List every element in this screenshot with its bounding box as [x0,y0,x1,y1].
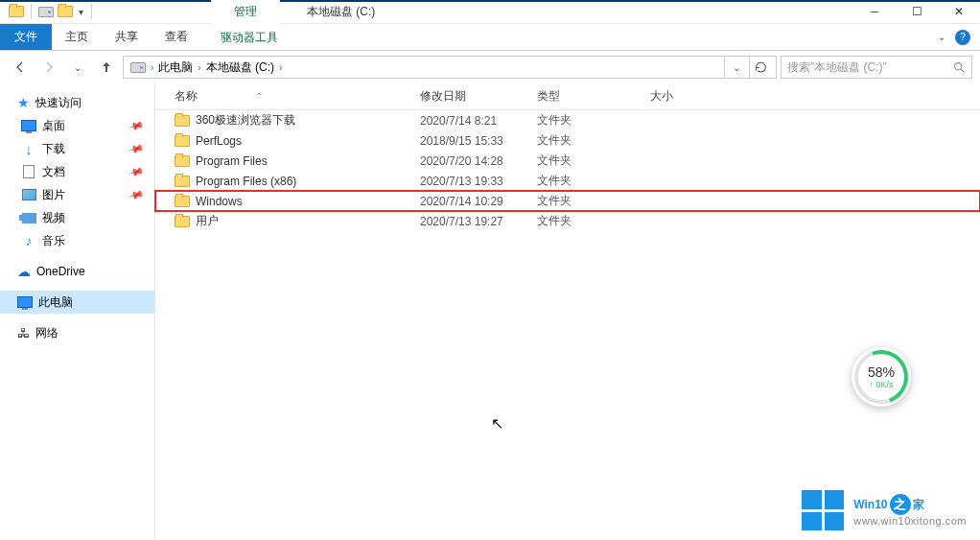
window-title: 本地磁盘 (C:) [307,0,375,24]
tab-home[interactable]: 主页 [52,24,102,50]
nav-forward-button[interactable] [36,55,61,80]
pin-icon: 📌 [128,163,146,180]
file-type: 文件夹 [537,132,650,149]
folder-icon [175,175,190,188]
file-date: 2020/7/14 8:21 [420,114,537,128]
sidebar-network[interactable]: 🖧 网络 [0,321,154,344]
contextual-tab-manage: 管理 [211,0,280,24]
file-list-pane: 名称⌃ 修改日期 类型 大小 360极速浏览器下载2020/7/14 8:21文… [155,83,980,540]
file-name: PerfLogs [196,134,242,148]
file-date: 2020/7/13 19:33 [420,175,537,188]
minimize-button[interactable]: ─ [853,0,896,24]
watermark: Win10之家 www.win10xitong.com [802,490,967,530]
ribbon-collapse-icon[interactable]: ⌄ [938,32,945,42]
maximize-button[interactable]: ☐ [896,0,938,24]
folder-icon [175,195,190,208]
breadcrumb-chevron-icon[interactable]: › [198,62,200,73]
folder-icon [175,215,190,228]
nav-recent-dropdown[interactable]: ⌄ [65,55,90,80]
download-icon: ↓ [21,142,36,155]
file-date: 2020/7/13 19:27 [420,215,537,228]
star-icon: ★ [17,95,30,110]
speed-percentage: 58% [868,364,895,380]
help-icon[interactable]: ? [955,30,970,45]
folder-icon [175,134,190,148]
address-bar[interactable]: › 此电脑 › 本地磁盘 (C:) › ⌄ [123,56,777,79]
tab-drive-tools[interactable]: 驱动器工具 [211,24,288,51]
navigation-pane: ★ 快速访问 桌面📌↓下载📌文档📌图片📌视频♪音乐 ☁ OneDrive 此电脑… [0,83,155,540]
ribbon: 文件 主页 共享 查看 驱动器工具 ⌄ ? [0,24,980,51]
app-icon[interactable] [8,3,25,20]
sidebar-onedrive[interactable]: ☁ OneDrive [0,260,154,283]
drive-icon [130,62,146,73]
breadcrumb-this-pc[interactable]: 此电脑 [155,59,196,76]
breadcrumb-chevron-icon[interactable]: › [279,62,282,73]
pin-icon: 📌 [128,140,146,157]
file-row[interactable]: Windows2020/7/14 10:29文件夹 [155,191,980,211]
svg-point-0 [955,62,962,69]
tab-view[interactable]: 查看 [152,24,201,50]
folder-icon [175,114,190,128]
breadcrumb-chevron-icon[interactable]: › [151,62,153,73]
title-bar: ▾ 管理 本地磁盘 (C:) ─ ☐ ✕ [0,0,980,24]
sidebar-item-music[interactable]: ♪音乐 [0,229,154,252]
sidebar-item-pic[interactable]: 图片📌 [0,183,154,206]
column-name[interactable]: 名称⌃ [175,88,420,105]
pic-icon [21,188,36,201]
qat-dropdown-icon[interactable]: ▾ [76,7,85,17]
nav-back-button[interactable] [8,55,33,80]
qat-folder-icon[interactable] [57,3,74,20]
watermark-url: www.win10xitong.com [853,515,967,527]
column-size[interactable]: 大小 [650,88,727,105]
breadcrumb-drive-c[interactable]: 本地磁盘 (C:) [203,59,277,76]
close-button[interactable]: ✕ [938,0,980,24]
file-name: 用户 [196,213,219,229]
pin-icon: 📌 [128,117,146,134]
column-headers: 名称⌃ 修改日期 类型 大小 [155,83,980,110]
tab-share[interactable]: 共享 [102,24,152,50]
sidebar-item-vid[interactable]: 视频 [0,206,154,229]
svg-line-1 [961,69,964,72]
file-row[interactable]: Program Files2020/7/20 14:28文件夹 [155,151,980,171]
search-placeholder: 搜索"本地磁盘 (C:)" [787,59,953,76]
cloud-icon: ☁ [17,264,31,279]
speed-monitor-widget[interactable]: 58% ↑ 0K/s [852,347,911,407]
speed-rate: ↑ 0K/s [869,380,893,389]
search-input[interactable]: 搜索"本地磁盘 (C:)" [781,56,972,79]
column-date[interactable]: 修改日期 [420,88,537,105]
file-type: 文件夹 [537,193,650,209]
file-type: 文件夹 [537,153,650,169]
file-name: Program Files (x86) [196,175,296,188]
file-date: 2018/9/15 15:33 [420,134,537,148]
file-row[interactable]: 用户2020/7/13 19:27文件夹 [155,211,980,231]
watermark-logo-icon [802,490,844,530]
sidebar-item-monitor[interactable]: 桌面📌 [0,114,154,137]
doc-icon [21,165,36,178]
file-name: Windows [196,195,243,208]
column-type[interactable]: 类型 [537,88,650,105]
sidebar-quick-access[interactable]: ★ 快速访问 [0,91,154,114]
nav-up-button[interactable] [94,55,119,80]
file-row[interactable]: 360极速浏览器下载2020/7/14 8:21文件夹 [155,110,980,130]
refresh-button[interactable] [749,57,772,78]
sidebar-item-download[interactable]: ↓下载📌 [0,137,154,160]
monitor-icon [17,295,33,309]
file-name: 360极速浏览器下载 [196,112,295,129]
file-date: 2020/7/14 10:29 [420,195,537,208]
network-icon: 🖧 [17,326,30,340]
file-row[interactable]: Program Files (x86)2020/7/13 19:33文件夹 [155,171,980,191]
file-name: Program Files [196,154,268,168]
vid-icon [21,211,36,224]
folder-icon [175,154,190,168]
file-tab[interactable]: 文件 [0,24,52,50]
music-icon: ♪ [21,234,36,247]
sidebar-item-doc[interactable]: 文档📌 [0,160,154,183]
qat-properties-icon[interactable] [37,3,55,20]
file-row[interactable]: PerfLogs2018/9/15 15:33文件夹 [155,130,980,151]
file-date: 2020/7/20 14:28 [420,154,537,168]
watermark-brand: Win10之家 [853,494,967,515]
cursor-icon: ↖ [491,414,503,433]
search-icon [953,61,966,74]
sidebar-this-pc[interactable]: 此电脑 [0,291,154,314]
address-dropdown-icon[interactable]: ⌄ [724,57,747,78]
